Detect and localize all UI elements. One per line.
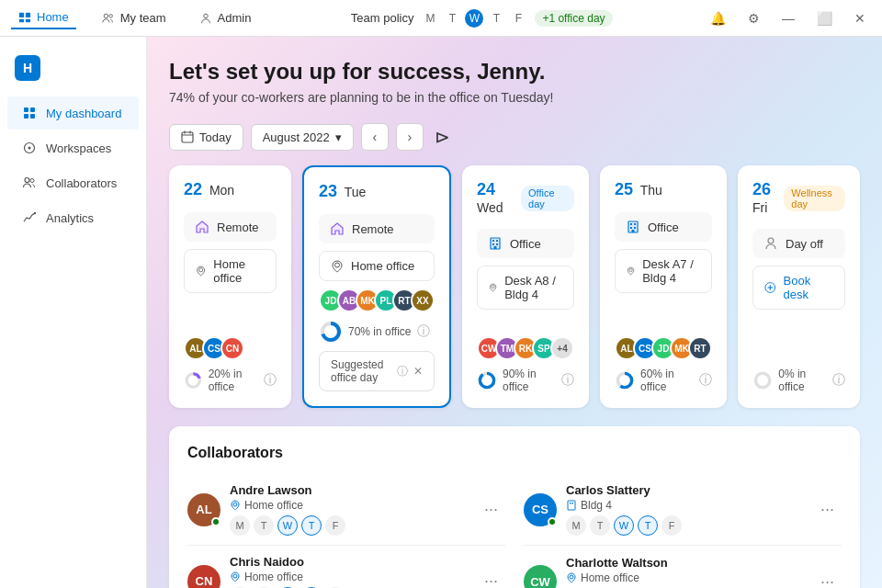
policy-day-f: F xyxy=(509,9,527,28)
sidebar-item-collaborators[interactable]: Collaborators xyxy=(7,166,139,199)
svg-rect-38 xyxy=(630,227,632,229)
wellness-day-badge: Wellness day xyxy=(784,186,845,211)
status-chip-wed: Office xyxy=(477,229,574,258)
app-logo: H xyxy=(0,44,146,96)
home-icon xyxy=(18,11,31,24)
tab-home[interactable]: Home xyxy=(11,6,76,29)
donut-chart-mon xyxy=(184,368,203,392)
svg-point-32 xyxy=(492,285,494,288)
tab-my-team[interactable]: My team xyxy=(95,7,174,28)
suggested-banner: Suggested office day ⓘ ✕ xyxy=(319,351,435,391)
svg-rect-2 xyxy=(19,18,24,22)
next-month-button[interactable]: › xyxy=(396,123,424,151)
pin-icon-thu xyxy=(627,265,635,277)
collab-info-chris: Chris Naidoo Home office M T W xyxy=(230,555,477,588)
day-header-tue: 23 Tue xyxy=(319,182,435,201)
svg-point-44 xyxy=(768,238,774,243)
prev-month-button[interactable]: ‹ xyxy=(361,123,389,151)
avatars-thu: AL CS JD MK RT xyxy=(615,336,712,360)
online-indicator xyxy=(211,517,220,526)
collab-day: W xyxy=(614,515,634,536)
svg-rect-3 xyxy=(26,18,30,22)
minimize-button[interactable]: — xyxy=(776,7,800,29)
main-content: Let's set you up for success, Jenny. 74%… xyxy=(147,37,882,588)
app-body: H My dashboard Workspaces xyxy=(0,37,882,588)
home-status-icon xyxy=(195,220,209,234)
maximize-button[interactable]: ⬜ xyxy=(811,7,838,29)
svg-point-15 xyxy=(34,212,36,214)
collaborators-section: Collaborators AL Andre Lawson xyxy=(169,426,860,588)
policy-day-w: W xyxy=(465,9,483,28)
office-badge: +1 office day xyxy=(535,10,612,27)
status-chip-fri: Day off xyxy=(752,229,845,258)
svg-rect-27 xyxy=(492,240,494,242)
filter-icon[interactable]: ⊳ xyxy=(435,126,450,148)
donut-chart-wed xyxy=(477,368,497,392)
sidebar-item-dashboard[interactable]: My dashboard xyxy=(7,96,139,130)
collaborator-row-andre: AL Andre Lawson Home office xyxy=(187,474,505,546)
settings-button[interactable]: ⚙ xyxy=(742,7,765,29)
svg-point-23 xyxy=(335,263,340,267)
collab-days-andre: M T W T F xyxy=(230,515,477,536)
avatars-mon: AL CS CN xyxy=(184,336,277,360)
titlebar: Home My team Admin Team policy M T W T xyxy=(0,0,882,37)
tab-admin[interactable]: Admin xyxy=(192,7,259,28)
in-office-stat-wed: 90% in office ⓘ xyxy=(477,368,574,393)
avatar: XX xyxy=(411,288,435,312)
pin-icon-small xyxy=(230,571,241,582)
avatar: CN xyxy=(220,336,244,360)
in-office-stat-mon: 20% in office ⓘ xyxy=(184,368,277,393)
today-button[interactable]: Today xyxy=(169,124,243,151)
svg-rect-52 xyxy=(572,503,574,504)
sidebar-item-analytics[interactable]: Analytics xyxy=(7,201,139,234)
team-policy: Team policy M T W T F +1 office day xyxy=(351,9,613,28)
svg-point-12 xyxy=(28,147,31,150)
day-cards: 22 Mon Remote Home office AL xyxy=(169,165,860,408)
svg-rect-7 xyxy=(24,107,28,112)
day-card-tue: 23 Tue Remote Home office JD xyxy=(302,165,451,408)
notification-button[interactable]: 🔔 xyxy=(705,7,731,29)
svg-rect-0 xyxy=(19,12,24,17)
collab-more-button-chris[interactable]: ··· xyxy=(477,568,505,588)
avatar-extra: +4 xyxy=(550,336,574,360)
svg-rect-1 xyxy=(26,12,30,17)
svg-rect-39 xyxy=(634,227,636,229)
collab-day: T xyxy=(590,515,610,536)
sidebar-item-workspaces[interactable]: Workspaces xyxy=(7,131,139,164)
day-card-wed: 24 Wed Office day Office xyxy=(462,165,589,408)
pin-icon-mon xyxy=(196,265,206,277)
donut-chart-tue xyxy=(319,320,343,344)
collab-more-button-andre[interactable]: ··· xyxy=(477,496,505,523)
collab-more-button-charlotte[interactable]: ··· xyxy=(813,569,842,589)
svg-rect-29 xyxy=(492,243,494,245)
collab-day: T xyxy=(638,515,658,536)
day-header-fri: 26 Fri Wellness day xyxy=(752,180,845,216)
welcome-subtitle: 74% of your co-workers are planning to b… xyxy=(169,90,860,105)
status-chip-tue: Remote xyxy=(319,214,435,243)
collab-day: T xyxy=(301,515,322,536)
policy-day-m: M xyxy=(421,9,439,28)
pin-icon-tue xyxy=(331,260,344,273)
svg-rect-50 xyxy=(568,501,575,510)
day-header-wed: 24 Wed Office day xyxy=(477,180,574,216)
building-icon-thu xyxy=(626,220,640,234)
status-chip-mon: Remote xyxy=(184,212,277,242)
policy-day-t: T xyxy=(443,9,461,28)
svg-rect-51 xyxy=(570,503,571,504)
day-card-fri: 26 Fri Wellness day Day off xyxy=(738,165,860,408)
collab-days-carlos: M T W T F xyxy=(566,515,813,536)
collab-info-carlos: Carlos Slattery Bldg 4 M T xyxy=(566,483,813,536)
dismiss-suggested-button[interactable]: ✕ xyxy=(413,365,423,378)
close-button[interactable]: ✕ xyxy=(849,7,871,29)
month-selector[interactable]: August 2022 ▾ xyxy=(251,124,354,151)
svg-point-41 xyxy=(629,268,632,271)
svg-rect-37 xyxy=(634,223,636,225)
svg-point-53 xyxy=(233,574,237,578)
book-desk-button[interactable]: Book desk xyxy=(752,266,845,310)
collab-avatar-andre: AL xyxy=(187,493,220,526)
welcome-title: Let's set you up for success, Jenny. xyxy=(169,59,860,85)
titlebar-actions: 🔔 ⚙ — ⬜ ✕ xyxy=(705,7,871,29)
workspaces-icon xyxy=(22,141,37,155)
collaborator-row-carlos: CS Carlos Slattery Bldg 4 xyxy=(524,474,842,546)
collab-more-button-carlos[interactable]: ··· xyxy=(813,496,842,523)
